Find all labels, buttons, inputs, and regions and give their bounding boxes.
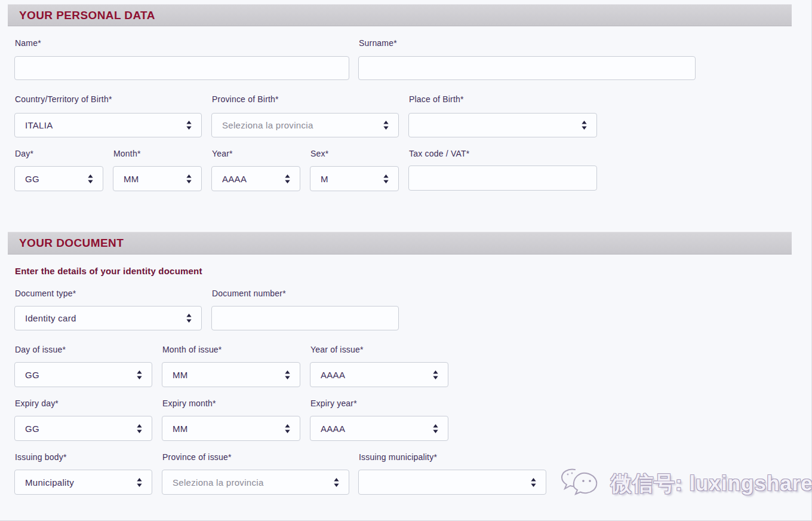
issuing-body-value: Municipality (25, 477, 137, 488)
select-stepper-icon (433, 370, 438, 379)
name-label: Name* (15, 38, 41, 48)
select-stepper-icon (285, 424, 290, 433)
country-of-birth-value: ITALIA (25, 120, 186, 130)
select-stepper-icon (285, 174, 290, 183)
expiry-day-value: GG (25, 424, 137, 434)
sex-value: M (321, 174, 383, 184)
document-type-value: Identity card (25, 313, 186, 323)
country-of-birth-label: Country/Territory of Birth* (15, 94, 112, 104)
select-stepper-icon (334, 478, 339, 487)
expiry-month-label: Expiry month* (162, 399, 216, 408)
day-of-issue-label: Day of issue* (15, 345, 66, 354)
issuing-municipality-label: Issuing municipality* (359, 452, 437, 462)
country-of-birth-select[interactable]: ITALIA (14, 113, 202, 137)
day-of-issue-select[interactable]: GG (14, 362, 152, 387)
select-stepper-icon (137, 370, 142, 379)
select-stepper-icon (383, 121, 389, 130)
expiry-month-value: MM (173, 424, 285, 434)
select-stepper-icon (285, 370, 290, 379)
birth-day-select[interactable]: GG (14, 166, 103, 191)
province-of-issue-label: Province of issue* (162, 452, 232, 462)
tax-code-input[interactable] (408, 166, 597, 191)
sex-select[interactable]: M (310, 166, 399, 191)
month-of-issue-label: Month of issue* (162, 345, 222, 354)
name-input[interactable] (14, 56, 349, 80)
birth-year-label: Year* (212, 149, 233, 158)
place-of-birth-label: Place of Birth* (409, 94, 464, 104)
select-stepper-icon (88, 174, 93, 183)
document-type-select[interactable]: Identity card (14, 306, 202, 330)
year-of-issue-label: Year of issue* (310, 345, 364, 354)
year-of-issue-select[interactable]: AAAA (310, 362, 448, 387)
issuing-body-select[interactable]: Municipality (14, 470, 152, 495)
expiry-year-value: AAAA (321, 424, 433, 434)
expiry-day-select[interactable]: GG (14, 416, 152, 441)
watermark: 微信号: luxingshare (557, 464, 812, 503)
select-stepper-icon (383, 174, 389, 183)
select-stepper-icon (186, 174, 192, 183)
document-section-subtitle: Enter the details of your identity docum… (15, 266, 202, 276)
select-stepper-icon (433, 424, 438, 433)
expiry-day-label: Expiry day* (15, 399, 59, 408)
surname-input[interactable] (358, 56, 696, 80)
year-of-issue-value: AAAA (321, 370, 433, 380)
document-section-header: YOUR DOCUMENT (8, 232, 792, 255)
select-stepper-icon (186, 121, 192, 130)
birth-month-label: Month* (113, 149, 141, 158)
province-of-birth-placeholder: Seleziona la provincia (222, 120, 383, 130)
issuing-municipality-select[interactable] (358, 470, 546, 495)
select-stepper-icon (137, 424, 142, 433)
birth-month-select[interactable]: MM (113, 166, 202, 191)
province-of-issue-select[interactable]: Seleziona la provincia (162, 470, 349, 495)
document-section-title: YOUR DOCUMENT (19, 237, 124, 250)
issuing-body-label: Issuing body* (15, 452, 67, 462)
expiry-year-select[interactable]: AAAA (310, 416, 448, 441)
month-of-issue-value: MM (173, 370, 285, 380)
birth-day-value: GG (25, 174, 88, 184)
sex-label: Sex* (310, 149, 328, 158)
select-stepper-icon (137, 478, 142, 487)
province-of-issue-placeholder: Seleziona la provincia (173, 477, 334, 488)
province-of-birth-select[interactable]: Seleziona la provincia (211, 113, 399, 137)
province-of-birth-label: Province of Birth* (212, 94, 279, 104)
day-of-issue-value: GG (25, 370, 137, 380)
place-of-birth-select[interactable] (408, 113, 597, 137)
document-number-input[interactable] (211, 306, 399, 330)
select-stepper-icon (531, 478, 536, 487)
tax-code-label: Tax code / VAT* (409, 149, 469, 158)
wechat-icon (557, 464, 602, 503)
personal-data-section-header: YOUR PERSONAL DATA (8, 4, 792, 26)
month-of-issue-select[interactable]: MM (162, 362, 300, 387)
expiry-month-select[interactable]: MM (162, 416, 300, 441)
surname-label: Surname* (359, 38, 397, 48)
birth-day-label: Day* (15, 149, 33, 158)
watermark-text: 微信号: luxingshare (611, 470, 812, 498)
birth-year-value: AAAA (222, 174, 285, 184)
birth-month-value: MM (124, 174, 186, 184)
document-number-label: Document number* (212, 289, 286, 298)
select-stepper-icon (186, 314, 192, 323)
personal-data-section-title: YOUR PERSONAL DATA (19, 9, 155, 22)
birth-year-select[interactable]: AAAA (211, 166, 300, 191)
document-type-label: Document type* (15, 289, 76, 298)
expiry-year-label: Expiry year* (310, 399, 357, 408)
select-stepper-icon (582, 121, 587, 130)
